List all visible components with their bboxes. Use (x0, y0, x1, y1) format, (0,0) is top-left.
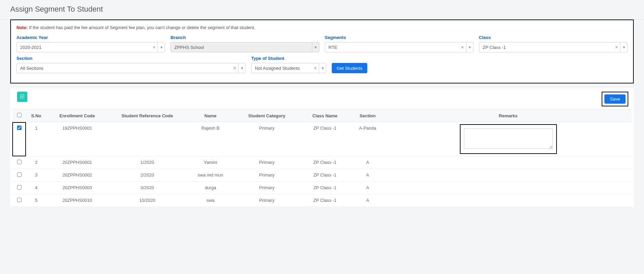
cell-name: Yamini (187, 156, 234, 169)
cell-remarks (385, 122, 632, 156)
filter-panel: Note: If the student has paid the fee am… (10, 19, 634, 83)
academic-year-label: Academic Year (16, 35, 165, 40)
cell-sno: 3 (26, 169, 46, 182)
section-label: Section (16, 56, 246, 61)
cell-section: A (351, 156, 385, 169)
cell-name: Rajesh B (187, 122, 234, 156)
branch-select[interactable] (170, 42, 319, 52)
cell-class: ZP Class -1 (299, 169, 351, 182)
row-checkbox[interactable] (17, 172, 22, 177)
cell-ref (108, 122, 187, 156)
cell-category: Primary (234, 122, 299, 156)
cell-class: ZP Class -1 (299, 194, 351, 207)
col-class: Class Name (299, 109, 351, 122)
cell-category: Primary (234, 182, 299, 194)
col-remarks: Remarks (385, 109, 632, 122)
cell-class: ZP Class -1 (299, 182, 351, 194)
remarks-highlight (460, 124, 557, 154)
cell-enroll: 20ZPPHS0010 (46, 194, 108, 207)
class-select[interactable] (479, 42, 628, 52)
cell-name: swa red mun (187, 169, 234, 182)
cell-section: A (351, 182, 385, 194)
table-row: 220ZPPHS00011/2020YaminiPrimaryZP Class … (12, 156, 632, 169)
segments-label: Segments (325, 35, 474, 40)
col-category: Student Category (234, 109, 299, 122)
cell-name: swa (187, 194, 234, 207)
excel-icon (20, 94, 25, 100)
cell-remarks (385, 194, 632, 207)
col-enroll: Enrollment Code (46, 109, 108, 122)
cell-enroll: 19ZPPHS0001 (46, 122, 108, 156)
clear-icon[interactable]: × (231, 65, 238, 71)
cell-remarks (385, 156, 632, 169)
export-excel-button[interactable] (17, 92, 27, 102)
cell-ref: 1/2020 (108, 156, 187, 169)
col-name: Name (187, 109, 234, 122)
table-row: 119ZPPHS0001Rajesh BPrimaryZP Class -1A-… (12, 122, 632, 156)
results-panel: Save S.No Enrollment Code Student Refere… (10, 88, 634, 207)
cell-section: A-Panda (351, 122, 385, 156)
cell-section: A (351, 194, 385, 207)
save-highlight: Save (602, 92, 628, 106)
row-checkbox[interactable] (17, 160, 22, 164)
chevron-down-icon[interactable]: ▼ (238, 63, 246, 73)
students-table: S.No Enrollment Code Student Reference C… (12, 109, 632, 207)
cell-name: durga (187, 182, 234, 194)
save-button[interactable]: Save (604, 94, 626, 104)
cell-sno: 2 (26, 156, 46, 169)
cell-section: A (351, 169, 385, 182)
cell-remarks (385, 169, 632, 182)
cell-sno: 4 (26, 182, 46, 194)
cell-enroll: 20ZPPHS0003 (46, 182, 108, 194)
cell-category: Primary (234, 156, 299, 169)
get-students-button[interactable]: Get Students (332, 63, 367, 73)
cell-sno: 5 (26, 194, 46, 207)
chevron-down-icon[interactable]: ▼ (466, 42, 474, 52)
page-header: Assign Segment To Student (0, 0, 644, 19)
cell-class: ZP Class -1 (299, 122, 351, 156)
page-title: Assign Segment To Student (10, 5, 634, 14)
table-row: 320ZPPHS00022/2020swa red munPrimaryZP C… (12, 169, 632, 182)
row-checkbox[interactable] (17, 126, 22, 130)
class-label: Class (479, 35, 628, 40)
clear-icon[interactable]: × (312, 65, 319, 71)
chevron-down-icon[interactable]: ▼ (620, 42, 628, 52)
cell-category: Primary (234, 169, 299, 182)
note-text: Note: If the student has paid the fee am… (16, 25, 628, 30)
clear-icon[interactable]: × (151, 44, 157, 50)
col-ref: Student Reference Code (108, 109, 187, 122)
note-label: Note: (16, 25, 28, 30)
cell-sno: 1 (26, 122, 46, 156)
table-row: 520ZPPHS001010/2020swaPrimaryZP Class -1… (12, 194, 632, 207)
col-section: Section (351, 109, 385, 122)
cell-class: ZP Class -1 (299, 156, 351, 169)
cell-ref: 2/2020 (108, 169, 187, 182)
cell-remarks (385, 182, 632, 194)
clear-icon[interactable]: × (459, 44, 466, 50)
academic-year-select[interactable] (16, 42, 165, 52)
clear-icon[interactable]: × (613, 44, 620, 50)
chevron-down-icon[interactable]: ▼ (319, 63, 326, 73)
cell-ref: 3/2020 (108, 182, 187, 194)
row-checkbox[interactable] (17, 185, 22, 190)
cell-enroll: 20ZPPHS0001 (46, 156, 108, 169)
type-label: Type of Student (251, 56, 326, 61)
table-row: 420ZPPHS00033/2020durgaPrimaryZP Class -… (12, 182, 632, 194)
note-body: If the student has paid the fee amount o… (29, 25, 255, 30)
chevron-down-icon[interactable]: ▼ (312, 42, 319, 52)
row-checkbox[interactable] (17, 198, 22, 202)
cell-category: Primary (234, 194, 299, 207)
remarks-input[interactable] (464, 128, 553, 149)
chevron-down-icon[interactable]: ▼ (157, 42, 165, 52)
cell-ref: 10/2020 (108, 194, 187, 207)
branch-label: Branch (170, 35, 319, 40)
select-all-checkbox[interactable] (17, 113, 22, 117)
cell-enroll: 20ZPPHS0002 (46, 169, 108, 182)
segments-select[interactable] (325, 42, 474, 52)
section-select[interactable] (16, 63, 246, 73)
col-sno: S.No (26, 109, 46, 122)
